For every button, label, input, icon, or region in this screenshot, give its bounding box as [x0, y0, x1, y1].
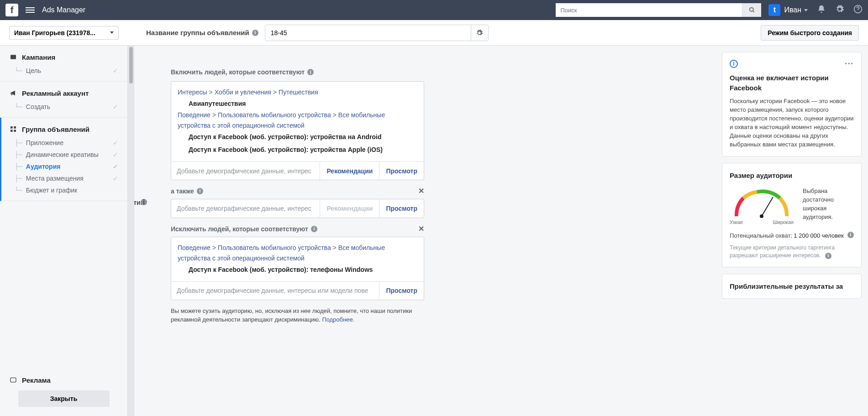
sidebar-scrollbar[interactable] [128, 46, 134, 416]
svg-rect-7 [14, 130, 16, 132]
browse-link[interactable]: Просмотр [379, 199, 424, 218]
svg-rect-6 [11, 130, 13, 132]
info-icon: i [307, 69, 314, 75]
narrow-box: Добавьте демографические данные, интерес… [171, 199, 424, 218]
nav-item-budget[interactable]: └─Бюджет и график [9, 184, 118, 196]
hamburger-icon[interactable] [26, 6, 35, 14]
include-box: Интересы>Хобби и увлечения>Путешествия А… [171, 81, 424, 180]
nav-ads[interactable]: Реклама [9, 376, 118, 384]
check-icon: ✓ [113, 139, 118, 146]
more-icon[interactable]: ••• [845, 60, 854, 68]
close-icon[interactable]: ✕ [418, 187, 424, 195]
recommendations-link: Рекомендации [320, 199, 379, 218]
gear-icon[interactable] [471, 25, 488, 41]
target-item[interactable]: Доступ к Facebook (моб. устройство): тел… [178, 263, 417, 276]
settings-icon[interactable] [835, 5, 844, 16]
info-icon: i [825, 253, 831, 259]
target-item[interactable]: Доступ к Facebook (моб. устройство): уст… [178, 143, 417, 156]
help-icon[interactable] [853, 5, 863, 16]
target-item[interactable]: Авиапутешествия [178, 97, 417, 110]
target-item[interactable]: Доступ к Facebook (моб. устройство): уст… [178, 130, 417, 143]
add-target-input[interactable]: Добавьте демографические данные, интерес [171, 167, 320, 175]
search-button[interactable] [742, 3, 761, 17]
info-icon: i [252, 30, 258, 36]
breadcrumb: Поведение>Пользователь мобильного устрой… [178, 243, 417, 263]
nav-adset[interactable]: Группа объявлений [9, 125, 118, 133]
audience-gauge [730, 184, 794, 221]
card-title: Размер аудитории [730, 171, 854, 181]
quick-create-button[interactable]: Режим быстрого создания [761, 25, 859, 41]
reach-value: 1 200 000 человек [794, 232, 844, 240]
info-icon: i [730, 60, 738, 68]
nav-item-audience[interactable]: ├─Аудитория✓ [9, 161, 118, 172]
megaphone-icon [9, 89, 17, 97]
breadcrumb: Поведение>Пользователь мобильного устрой… [178, 110, 417, 130]
nav-item-objective[interactable]: └─Цель✓ [9, 65, 118, 77]
recommendations-link[interactable]: Рекомендации [320, 162, 379, 180]
nav-adaccount[interactable]: Рекламный аккаунт [9, 89, 118, 97]
svg-line-1 [753, 11, 754, 12]
close-button[interactable]: Закрыть [18, 390, 110, 407]
and-also-label: а также [171, 187, 194, 195]
browse-link[interactable]: Просмотр [379, 282, 424, 300]
ad-icon [9, 376, 17, 384]
facebook-logo[interactable]: f [5, 4, 18, 16]
grid-icon [9, 125, 17, 133]
svg-rect-8 [11, 378, 16, 382]
nav-item-placement[interactable]: ├─Места размещения✓ [9, 172, 118, 184]
nav-item-create[interactable]: └─Создать✓ [9, 101, 118, 113]
search-icon [749, 7, 755, 13]
info-icon: i [847, 232, 854, 238]
user-avatar-icon: t [768, 4, 780, 16]
include-title: Включить людей, которые соответствуютi [171, 68, 424, 76]
narrow-note: Вы можете сузить аудиторию, но, исключая… [171, 307, 424, 324]
close-icon[interactable]: ✕ [418, 224, 424, 233]
nav-item-app[interactable]: ├─Приложение✓ [9, 137, 118, 149]
svg-rect-3 [11, 55, 16, 59]
learn-more-link[interactable]: Подробнее [322, 316, 352, 323]
card-title: Приблизительные результаты за [730, 281, 854, 291]
exclude-box: Поведение>Пользователь мобильного устрой… [171, 237, 424, 300]
svg-line-9 [762, 197, 773, 216]
caret-down-icon [804, 9, 808, 11]
svg-rect-5 [14, 126, 16, 129]
app-title: Ads Manager [42, 6, 85, 14]
nav-item-dynamic[interactable]: ├─Динамические креативы✓ [9, 149, 118, 161]
add-target-input[interactable]: Добавьте демографические данные, интерес… [171, 287, 379, 294]
svg-point-10 [760, 214, 763, 218]
gauge-verdict: Выбрана достаточно широкая аудитория. [803, 184, 854, 221]
check-icon: ✓ [113, 151, 118, 158]
check-icon: ✓ [113, 175, 118, 182]
card-body: Поскольку истории Facebook — это новое м… [730, 97, 854, 149]
account-selector[interactable]: Иван Григорьев (231978... [9, 26, 119, 40]
svg-point-0 [750, 8, 753, 11]
exclude-title: Исключить людей, которые соответствуют [171, 225, 308, 233]
targeting-note: Текущие критерии детального таргетинга р… [730, 244, 835, 259]
adset-name-input[interactable] [265, 29, 471, 36]
check-icon: ✓ [113, 163, 118, 170]
breadcrumb: Интересы>Хобби и увлечения>Путешествия [178, 87, 417, 97]
check-icon: ✓ [113, 67, 118, 74]
caret-down-icon [110, 31, 114, 34]
browse-link[interactable]: Просмотр [379, 162, 424, 180]
account-name: Иван Григорьев (231978... [14, 29, 95, 36]
adset-name-label: Название группы объявленийi [146, 29, 258, 36]
notifications-icon[interactable] [817, 5, 826, 16]
info-icon: i [311, 226, 317, 232]
user-name: Иван [784, 6, 801, 14]
reach-label: Потенциальный охват: [730, 232, 794, 240]
nav-campaign[interactable]: Кампания [9, 53, 118, 61]
user-menu[interactable]: t Иван [768, 4, 808, 16]
check-icon: ✓ [113, 103, 118, 110]
add-target-input[interactable]: Добавьте демографические данные, интерес [171, 205, 320, 212]
campaign-icon [9, 53, 17, 61]
info-icon: i [197, 188, 203, 194]
search-input[interactable] [556, 3, 742, 17]
svg-rect-4 [11, 126, 13, 129]
card-title: Оценка не включает истории Facebook [730, 73, 854, 93]
